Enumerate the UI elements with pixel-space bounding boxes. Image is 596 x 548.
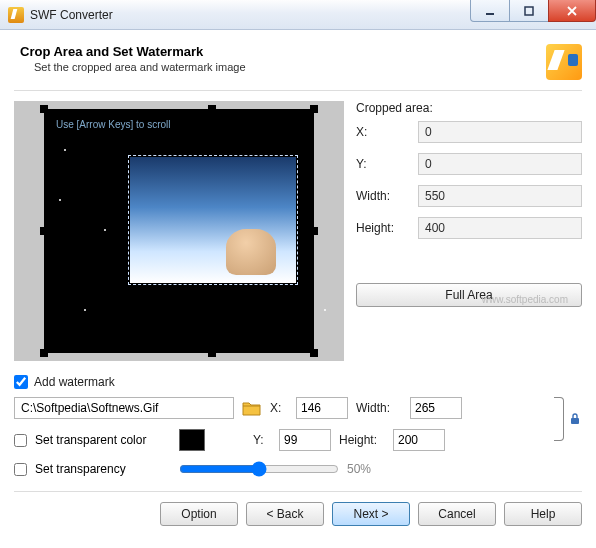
wm-y-label: Y: bbox=[253, 433, 271, 447]
softpedia-watermark: www.softpedia.com bbox=[482, 294, 568, 305]
crop-y-input[interactable] bbox=[418, 153, 582, 175]
set-transparency-label: Set transparency bbox=[35, 462, 171, 476]
watermark-preview-image bbox=[130, 157, 296, 283]
crop-controls: Cropped area: X: Y: Width: Height: Full … bbox=[356, 101, 582, 361]
crop-preview[interactable]: Use [Arrow Keys] to scroll bbox=[14, 101, 344, 361]
crop-x-input[interactable] bbox=[418, 121, 582, 143]
help-button[interactable]: Help bbox=[504, 502, 582, 526]
wizard-footer: Option < Back Next > Cancel Help bbox=[14, 491, 582, 526]
option-button[interactable]: Option bbox=[160, 502, 238, 526]
minimize-button[interactable] bbox=[470, 0, 510, 22]
next-button[interactable]: Next > bbox=[332, 502, 410, 526]
crop-height-label: Height: bbox=[356, 221, 418, 235]
add-watermark-checkbox[interactable] bbox=[14, 375, 28, 389]
page-header: Crop Area and Set Watermark Set the crop… bbox=[14, 40, 582, 90]
crop-y-label: Y: bbox=[356, 157, 418, 171]
browse-folder-icon[interactable] bbox=[242, 399, 262, 417]
divider bbox=[14, 90, 582, 91]
wm-x-input[interactable] bbox=[296, 397, 348, 419]
set-transparent-color-checkbox[interactable] bbox=[14, 434, 27, 447]
wm-height-input[interactable] bbox=[393, 429, 445, 451]
page-subtitle: Set the cropped area and watermark image bbox=[34, 61, 246, 73]
set-transparency-checkbox[interactable] bbox=[14, 463, 27, 476]
transparent-color-swatch[interactable] bbox=[179, 429, 205, 451]
transparency-slider[interactable] bbox=[179, 461, 339, 477]
wm-y-input[interactable] bbox=[279, 429, 331, 451]
maximize-button[interactable] bbox=[509, 0, 549, 22]
cropped-area-label: Cropped area: bbox=[356, 101, 582, 115]
transparency-value: 50% bbox=[347, 462, 371, 476]
window-title: SWF Converter bbox=[30, 8, 113, 22]
titlebar: SWF Converter bbox=[0, 0, 596, 30]
cancel-button[interactable]: Cancel bbox=[418, 502, 496, 526]
thunder-logo-icon bbox=[546, 44, 582, 80]
wm-x-label: X: bbox=[270, 401, 288, 415]
preview-canvas[interactable]: Use [Arrow Keys] to scroll bbox=[44, 109, 314, 353]
preview-hint: Use [Arrow Keys] to scroll bbox=[56, 119, 170, 130]
lock-icon[interactable] bbox=[568, 412, 582, 426]
back-button[interactable]: < Back bbox=[246, 502, 324, 526]
wm-width-input[interactable] bbox=[410, 397, 462, 419]
crop-height-input[interactable] bbox=[418, 217, 582, 239]
crop-width-input[interactable] bbox=[418, 185, 582, 207]
crop-x-label: X: bbox=[356, 125, 418, 139]
add-watermark-label: Add watermark bbox=[34, 375, 115, 389]
crop-selection[interactable] bbox=[128, 155, 298, 285]
aspect-lock bbox=[554, 397, 582, 441]
wm-width-label: Width: bbox=[356, 401, 402, 415]
watermark-section: Add watermark X: Width: Set transparent … bbox=[14, 375, 582, 477]
svg-rect-0 bbox=[486, 13, 494, 15]
set-transparent-color-label: Set transparent color bbox=[35, 433, 171, 447]
window-controls bbox=[471, 0, 596, 29]
app-icon bbox=[8, 7, 24, 23]
svg-rect-1 bbox=[525, 7, 533, 15]
page-title: Crop Area and Set Watermark bbox=[20, 44, 246, 59]
svg-rect-2 bbox=[571, 418, 579, 424]
close-button[interactable] bbox=[548, 0, 596, 22]
wm-height-label: Height: bbox=[339, 433, 385, 447]
watermark-path-input[interactable] bbox=[14, 397, 234, 419]
